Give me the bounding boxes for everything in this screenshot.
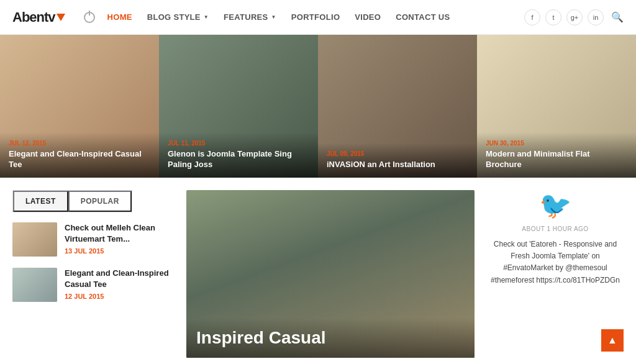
logo-text: Abentv (12, 9, 55, 25)
google-plus-icon[interactable]: g+ (566, 9, 583, 25)
scroll-to-top-button[interactable]: ▲ (601, 329, 624, 352)
facebook-icon[interactable]: f (524, 9, 540, 25)
list-item-1[interactable]: Check out Melleh Clean Virtuemart Tem...… (12, 222, 174, 257)
top-post-3[interactable]: JUL 09, 2015 iNVASiON an Art Installatio… (318, 35, 477, 178)
top-posts-grid: JUL 12, 2015 Elegant and Clean-Inspired … (0, 35, 636, 178)
linkedin-icon[interactable]: in (588, 9, 604, 25)
post-2-date: JUL 11, 2015 (168, 140, 309, 147)
post-4-title: Modern and Minimalist Flat Brochure (486, 149, 627, 170)
top-post-2[interactable]: JUL 11, 2015 Glenon is Joomla Template S… (159, 35, 318, 178)
post-4-date: JUN 30, 2015 (486, 140, 627, 147)
logo[interactable]: Abentv (12, 9, 65, 25)
featured-label: Inspired Casual (196, 328, 326, 347)
post-4-overlay: JUN 30, 2015 Modern and Minimalist Flat … (477, 132, 636, 178)
list-date-1: 13 JUL 2015 (65, 247, 174, 255)
twitter-icon[interactable]: t (545, 9, 561, 25)
list-title-1: Check out Melleh Clean Virtuemart Tem... (65, 222, 174, 245)
top-post-4[interactable]: JUN 30, 2015 Modern and Minimalist Flat … (477, 35, 636, 178)
logo-triangle-icon (57, 14, 65, 21)
nav-portfolio[interactable]: PORTFOLIO (285, 9, 347, 25)
bottom-section: LATEST POPULAR Check out Melleh Clean Vi… (0, 178, 636, 364)
post-3-overlay: JUL 09, 2015 iNVASiON an Art Installatio… (318, 143, 477, 178)
post-1-date: JUL 12, 2015 (9, 140, 150, 147)
tweet-timestamp: ABOUT 1 HOUR AGO (487, 225, 624, 232)
post-1-title: Elegant and Clean-Inspired Casual Tee (9, 149, 150, 170)
post-2-title: Glenon is Joomla Template Sing Paling Jo… (168, 149, 309, 170)
nav-social-icons: f t g+ in 🔍 (524, 9, 624, 25)
tweet-content: Check out 'Eatoreh - Responsive and Fres… (487, 239, 624, 286)
tab-latest[interactable]: LATEST (13, 191, 68, 212)
chevron-down-icon: ▼ (271, 14, 276, 20)
chevron-down-icon: ▼ (204, 14, 209, 20)
list-text-2: Elegant and Clean-Inspired Casual Tee 12… (65, 268, 174, 300)
tab-popular[interactable]: POPULAR (68, 191, 132, 212)
featured-image: Inspired Casual (186, 190, 475, 358)
list-item-2[interactable]: Elegant and Clean-Inspired Casual Tee 12… (12, 268, 174, 302)
list-thumb-1 (12, 222, 57, 257)
top-post-1[interactable]: JUL 12, 2015 Elegant and Clean-Inspired … (0, 35, 159, 178)
list-text-1: Check out Melleh Clean Virtuemart Tem...… (65, 222, 174, 255)
power-icon[interactable] (84, 12, 95, 23)
left-panel: LATEST POPULAR Check out Melleh Clean Vi… (12, 190, 174, 358)
post-3-date: JUL 09, 2015 (327, 150, 468, 157)
list-title-2: Elegant and Clean-Inspired Casual Tee (65, 268, 174, 290)
nav-blog-style[interactable]: BLOG STYLE ▼ (141, 9, 215, 25)
twitter-bird-icon: 🐦 (487, 190, 624, 221)
nav-features[interactable]: FEATURES ▼ (217, 9, 283, 25)
post-2-overlay: JUL 11, 2015 Glenon is Joomla Template S… (159, 132, 318, 178)
post-3-title: iNVASiON an Art Installation (327, 160, 468, 170)
search-icon[interactable]: 🔍 (611, 11, 624, 23)
tabs-container: LATEST POPULAR (12, 190, 132, 212)
nav-video[interactable]: VIDEO (348, 9, 387, 25)
nav-home[interactable]: HOME (101, 9, 139, 25)
list-thumb-2 (12, 268, 57, 302)
nav-links: HOME BLOG STYLE ▼ FEATURES ▼ PORTFOLIO V… (101, 9, 524, 25)
navbar: Abentv HOME BLOG STYLE ▼ FEATURES ▼ PORT… (0, 0, 636, 35)
list-date-2: 12 JUL 2015 (65, 293, 174, 300)
nav-contact[interactable]: CONTACT US (389, 9, 456, 25)
arrow-up-icon: ▲ (607, 335, 617, 346)
middle-panel[interactable]: Inspired Casual (186, 190, 475, 358)
post-1-overlay: JUL 12, 2015 Elegant and Clean-Inspired … (0, 132, 159, 178)
